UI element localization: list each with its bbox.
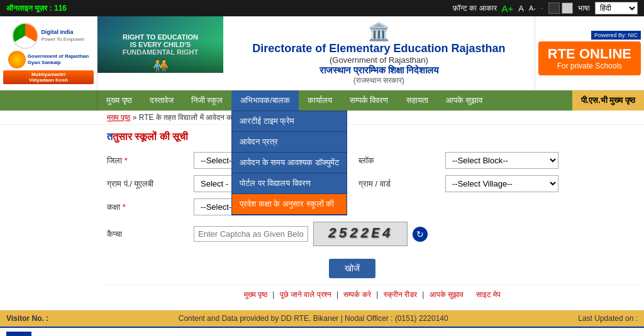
top-bar: ऑनलाइन यूज़र : 116 फ़ॉन्ट का आकार A+ A A… (0, 0, 644, 16)
header-title: Directorate of Elementary Education Raja… (252, 42, 505, 55)
guardian-dropdown: आरटीई टाइम फ्रेम आवेदन प्रत्र आवेदन के स… (231, 111, 347, 215)
nav-ps-home[interactable]: पी.एस.भी मुख्य पृष्ठ (572, 90, 644, 111)
gram-panchayat-label: ग्राम पं./ यूएलबी (107, 179, 189, 189)
footer-suggestions-link[interactable]: आपके सुझाव (430, 290, 464, 299)
dropdown-application-form[interactable]: आवेदन प्रत्र (232, 132, 346, 153)
gyan-sankalp-text: Government of Rajasthan Gyan Sankalp (28, 53, 89, 65)
header-title-area: 🏛️ Directorate of Elementary Education R… (223, 16, 535, 90)
nav-private-school[interactable]: निजी स्कूल (182, 90, 232, 111)
breadcrumb-home[interactable]: मुख्य पृष्ठ (107, 113, 130, 122)
header-right: Powered By: NIC RTE ONLINE For private S… (535, 16, 644, 90)
nav-office[interactable]: कार्यालय (299, 90, 341, 111)
nic-powered-label: Powered By: NIC (591, 31, 641, 40)
header: Digital India Power To Empower Governmen… (0, 16, 644, 90)
footer-home-link[interactable]: मुख्य पृष्ठ (244, 290, 267, 299)
color-theme-selector (548, 3, 573, 14)
nav-bar: मुख्य पृष्ठ दस्तावेज निजी स्कूल अभिभावक/… (0, 90, 644, 111)
online-users: ऑनलाइन यूज़र : 116 (6, 4, 67, 13)
footer-screen-reader-link[interactable]: स्क्रीन रीडर (384, 290, 417, 299)
nav-items: मुख्य पृष्ठ दस्तावेज निजी स्कूल अभिभावक/… (97, 90, 644, 111)
district-required: * (125, 156, 128, 165)
language-select[interactable]: हिंदी English (595, 2, 638, 14)
footer-faq-link[interactable]: पूछे जाने वाले प्रश्न (280, 290, 331, 299)
breadcrumb-separator: » (133, 113, 139, 122)
page-title: ततुसार स्कूलों की सूची (107, 131, 638, 143)
header-hindi-subtitle: (राजस्थान सरकार) (353, 76, 404, 85)
class-required: * (123, 202, 126, 212)
footer-sitemap-link[interactable]: साइट मेप (476, 290, 501, 299)
footer-links: मुख्य पृष्ठ | पूछे जाने वाले प्रश्न | सम… (107, 285, 638, 304)
font-size-normal[interactable]: A (518, 4, 524, 13)
nav-documents[interactable]: दस्तावेज (141, 90, 182, 111)
font-size-small[interactable]: A- (529, 4, 536, 12)
nav-guardian[interactable]: अभिभावक/बालक (231, 90, 299, 111)
digital-india-logo: Digital India Power To Empower (12, 23, 84, 49)
block-label: ब्लॉक (358, 156, 440, 166)
nav-spacer (0, 90, 97, 111)
dropdown-required-docs[interactable]: आवेदन के समय आवश्यक डॉक्युमेंट (232, 153, 346, 173)
captcha-row: कैप्चा 2522E4 ↻ (107, 222, 597, 246)
village-label: ग्राम / वार्ड (358, 179, 440, 189)
top-bar-right: फ़ॉन्ट का आकार A+ A A- - भाषा हिंदी Engl… (453, 2, 638, 14)
dropdown-school-info[interactable]: पोर्टल पर विद्यालय विवरण (232, 173, 346, 194)
content-info: Content and Data provided by DD RTE, Bik… (179, 314, 448, 323)
block-row: ब्लॉक --Select Block-- (358, 152, 597, 169)
footer-contact-link[interactable]: सम्पर्क करे (343, 290, 370, 299)
digital-india-text: Digital India (41, 29, 84, 36)
bhasha-label: भाषा (578, 4, 590, 13)
dark-theme-button[interactable] (548, 3, 560, 14)
district-label: जिला * (107, 156, 189, 166)
digital-india-circle (12, 23, 38, 49)
gyan-sankalp-row: Government of Rajasthan Gyan Sankalp (8, 51, 89, 68)
class-label: कक्षा * (107, 202, 189, 212)
empty-cell (358, 198, 597, 215)
search-form: जिला * --Select-- ब्लॉक --Select Block--… (107, 152, 597, 278)
captcha-input[interactable] (194, 226, 308, 242)
visitor-label: Visitor No. : (6, 314, 48, 323)
rte-online-box: RTE ONLINE For private Schools (538, 41, 641, 75)
village-row: ग्राम / वार्ड --Select Village-- (358, 175, 597, 192)
dropdown-rte-timeframe[interactable]: आरटीई टाइम फ्रेम (232, 111, 346, 132)
header-logos-left: Digital India Power To Empower Governmen… (0, 16, 97, 90)
digital-india-tagline: Power To Empower (41, 36, 84, 42)
block-select[interactable]: --Select Block-- (445, 152, 558, 169)
emblem-icon: 🏛️ (368, 21, 390, 42)
nav-contact[interactable]: सम्पर्क विवरण (341, 90, 397, 111)
search-button[interactable]: खोजें (329, 259, 375, 278)
light-theme-button[interactable] (562, 3, 573, 14)
last-updated-label: Last Updated on : (578, 314, 638, 323)
font-size-large[interactable]: A+ (502, 3, 514, 14)
gyan-icon (8, 51, 26, 68)
font-size-label: फ़ॉन्ट का आकार (453, 4, 497, 13)
header-hindi-title: राजस्थान प्रारम्भिक शिक्षा निदेशालय (319, 65, 439, 76)
nic-footer: NIC Designed & Developed by National Inf… (0, 327, 644, 336)
mukhyamantri-block: Mukhyamantri Vidyadaan Kosh (3, 70, 94, 84)
banner-image: RIGHT TO EDUCATIONIS EVERY CHILD'SFUNDAM… (97, 16, 223, 73)
nav-suggestions[interactable]: आपके सुझाव (437, 90, 492, 111)
captcha-refresh-button[interactable]: ↻ (413, 227, 428, 242)
nav-guardian-menu: अभिभावक/बालक आरटीई टाइम फ्रेम आवेदन प्रत… (231, 90, 299, 111)
bottom-bar: Visitor No. : Content and Data provided … (0, 310, 644, 327)
captcha-label: कैप्चा (107, 229, 189, 239)
village-select[interactable]: --Select Village-- (445, 175, 558, 192)
nav-home[interactable]: मुख्य पृष्ठ (97, 90, 141, 111)
header-center-area: RIGHT TO EDUCATIONIS EVERY CHILD'SFUNDAM… (97, 16, 535, 90)
search-button-row: खोजें (107, 252, 597, 278)
nav-help[interactable]: सहायता (397, 90, 437, 111)
captcha-image: 2522E4 (313, 222, 408, 246)
nic-logo: NIC (6, 332, 31, 336)
header-subtitle: (Government of Rajasthan) (330, 55, 428, 65)
dropdown-school-by-class[interactable]: प्रवेश कक्षा के अनुसार स्कूलों की (232, 194, 346, 215)
